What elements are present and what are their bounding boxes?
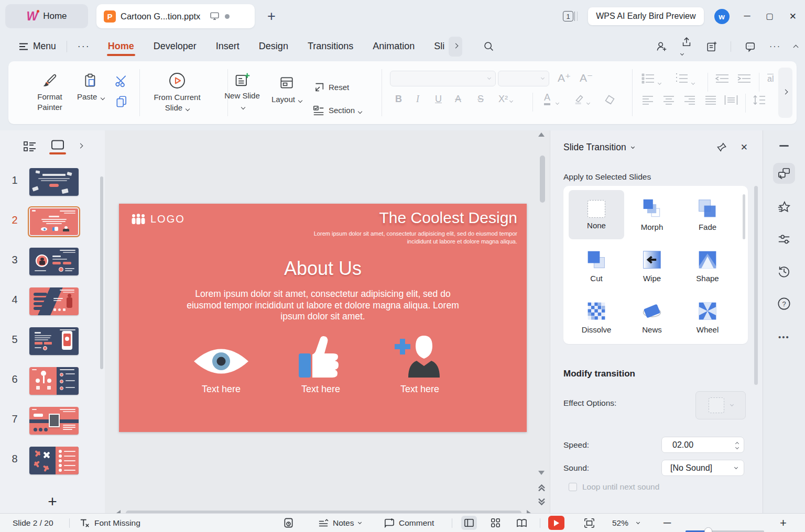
underline-button[interactable]: U (435, 94, 442, 105)
panel-scrollbar[interactable] (754, 186, 758, 385)
from-current-slide-button[interactable]: From Current Slide (147, 72, 208, 114)
comment-bubble-icon[interactable] (744, 41, 756, 52)
transition-option-shape[interactable]: Shape (680, 241, 735, 291)
numbered-list-button[interactable] (675, 73, 689, 84)
tab-transitions[interactable]: Transitions (307, 36, 354, 57)
slide-thumbnail-3[interactable] (29, 248, 79, 275)
reading-view-button[interactable] (514, 516, 529, 530)
transition-option-morph[interactable]: Morph (624, 190, 680, 239)
font-missing-status[interactable]: Font Missing (80, 514, 140, 532)
slide-heading[interactable]: About Us (119, 258, 527, 280)
clear-format-button[interactable] (604, 94, 616, 106)
main-menu-button[interactable]: Menu (19, 41, 56, 52)
slide-thumbnail-5[interactable] (29, 327, 79, 355)
slide-thumbnail-8[interactable] (29, 447, 79, 474)
speed-spinner[interactable] (661, 437, 744, 453)
font-size-select[interactable] (498, 71, 549, 86)
decrease-font-button[interactable]: A⁻ (580, 72, 593, 84)
spin-up-icon[interactable] (735, 441, 739, 445)
slide-editor[interactable]: LOGO The Coolest Design Lorem ipsum dolo… (119, 204, 527, 432)
new-slide-button[interactable]: New Slide (224, 72, 260, 112)
slide-thumbnail-7[interactable] (29, 407, 79, 435)
font-color-button[interactable]: A (544, 93, 550, 105)
highlight-dropdown[interactable] (587, 96, 590, 107)
tab-design[interactable]: Design (258, 36, 289, 57)
scroll-up-icon[interactable] (538, 132, 547, 137)
slide-thumbnail-1[interactable] (29, 168, 79, 196)
slide-item-eye[interactable]: Text here (182, 334, 260, 395)
ribbon-expand-button[interactable] (778, 68, 792, 118)
next-slide-icon[interactable] (538, 498, 547, 505)
transition-option-wipe[interactable]: Wipe (624, 241, 680, 291)
paste-button[interactable]: Paste (77, 73, 104, 102)
new-tab-button[interactable]: + (267, 9, 276, 24)
bullet-list-dropdown[interactable] (658, 76, 661, 87)
zoom-slider[interactable] (686, 522, 764, 532)
gallery-scrollbar[interactable] (743, 194, 745, 239)
slide-header-title[interactable]: The Coolest Design (292, 209, 517, 227)
fit-slide-button[interactable] (584, 514, 595, 532)
increase-font-button[interactable]: A⁺ (558, 72, 571, 84)
outline-view-toggle[interactable] (23, 141, 37, 152)
vertical-scroll-thumb[interactable] (540, 156, 545, 203)
tab-home[interactable]: Home (107, 36, 135, 57)
copy-button[interactable] (115, 95, 128, 108)
properties-button[interactable] (777, 233, 791, 246)
format-painter-button[interactable]: Format Painter (34, 73, 66, 113)
slide-thumbnail-2-selected[interactable] (29, 208, 79, 236)
font-color-dropdown[interactable] (556, 96, 559, 107)
window-count-indicator[interactable]: 1 (563, 11, 578, 21)
transition-pane-button[interactable] (773, 163, 795, 184)
slide-thumbnail-4[interactable] (29, 287, 79, 315)
tab-scroll-right-button[interactable] (449, 37, 462, 57)
align-center-button[interactable] (662, 95, 675, 105)
more-tabs-button[interactable]: ··· (78, 41, 90, 52)
align-right-button[interactable] (683, 95, 696, 105)
spin-down-icon[interactable] (735, 445, 739, 449)
speed-input[interactable] (662, 440, 714, 450)
section-button[interactable]: Section (312, 104, 362, 117)
thumbnail-scrollbar[interactable] (100, 176, 103, 369)
tab-animation[interactable]: Animation (372, 36, 416, 57)
collapse-sidebar-button[interactable] (779, 145, 789, 147)
sound-select[interactable]: [No Sound] (661, 460, 744, 476)
spinner-arrows[interactable] (736, 441, 738, 449)
line-spacing-button[interactable] (753, 95, 766, 105)
slide-body-text[interactable]: Lorem ipsum dolor sit amet, consectetur … (181, 289, 464, 323)
zoom-out-button[interactable]: ─ (663, 514, 671, 532)
zoom-slider-track[interactable] (686, 530, 764, 532)
tab-developer[interactable]: Developer (153, 36, 198, 57)
increase-indent-button[interactable] (737, 73, 752, 84)
history-button[interactable] (777, 264, 791, 278)
bullet-list-button[interactable] (641, 73, 655, 84)
collapse-ribbon-icon[interactable] (793, 45, 799, 50)
cut-button[interactable] (114, 74, 128, 87)
maximize-button[interactable]: ▢ (766, 12, 774, 21)
transition-option-cut[interactable]: Cut (569, 241, 624, 291)
pin-panel-icon[interactable] (716, 142, 727, 153)
numbered-list-dropdown[interactable] (692, 76, 694, 87)
tab-slideshow-truncated[interactable]: Sli (433, 36, 445, 57)
document-tab[interactable]: P Cartoon G...tion.pptx (96, 4, 255, 28)
decrease-indent-button[interactable] (715, 73, 730, 84)
panel-title-dropdown-icon[interactable] (631, 145, 635, 148)
wps-account-icon[interactable]: w (714, 9, 730, 24)
superscript-button[interactable]: X² (498, 94, 513, 105)
zoom-in-button[interactable]: + (780, 514, 787, 532)
close-panel-icon[interactable]: ✕ (741, 142, 748, 153)
slide-header-subtitle[interactable]: Lorem ipsum dolor sit amet, consectetur … (292, 230, 517, 246)
animation-pane-button[interactable] (777, 201, 791, 214)
highlight-button[interactable] (573, 94, 585, 105)
home-tab[interactable]: W Home (5, 4, 88, 28)
bold-button[interactable]: B (395, 94, 402, 105)
slide-logo-group[interactable]: LOGO (130, 213, 185, 225)
reset-button[interactable]: Reset (312, 81, 349, 94)
close-button[interactable]: ✕ (789, 11, 797, 22)
add-note-icon[interactable] (705, 41, 717, 52)
slide-item-like[interactable]: Text here (281, 334, 360, 395)
previous-slide-icon[interactable] (538, 484, 547, 492)
slide-view-toggle[interactable] (51, 140, 64, 153)
slide-thumbnail-6[interactable] (29, 367, 79, 395)
align-left-button[interactable] (641, 95, 654, 105)
slide-canvas[interactable]: LOGO The Coolest Design Lorem ipsum dolo… (105, 130, 550, 520)
